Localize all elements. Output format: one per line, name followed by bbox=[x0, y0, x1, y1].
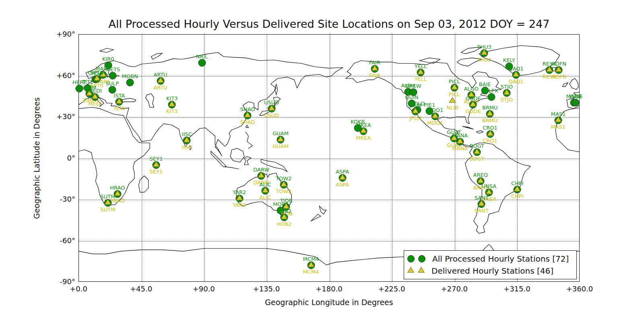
station-label-processed: DARW bbox=[253, 167, 269, 173]
x-tick-label: +180.0 bbox=[316, 285, 343, 293]
station-label-delivered: TOW2 bbox=[276, 188, 291, 194]
y-tick-label: 0° bbox=[44, 154, 75, 162]
station-label-processed: TIT2 bbox=[82, 79, 93, 85]
station-label-delivered: GUAM bbox=[272, 143, 289, 149]
station-label-processed: ARTU bbox=[153, 72, 167, 78]
station-label-processed: MCM4 bbox=[303, 256, 319, 262]
station-label-processed: CHPI bbox=[511, 180, 524, 186]
delivered-triangle-icon bbox=[407, 267, 414, 275]
y-axis-label: Geographic Latitude in Degrees bbox=[31, 34, 42, 282]
x-tick-label: +0.0 bbox=[70, 285, 87, 293]
station-label-delivered: BRMU bbox=[482, 118, 498, 124]
station-label-processed: IISC bbox=[182, 131, 192, 137]
delivered-triangle-icon bbox=[487, 130, 493, 138]
delivered-triangle-icon bbox=[456, 138, 463, 145]
delivered-triangle-icon bbox=[153, 161, 159, 169]
station-label-delivered: ALIC bbox=[260, 194, 271, 200]
station-label-delivered: MANA bbox=[452, 145, 468, 151]
station-label-delivered: IISC bbox=[182, 144, 192, 150]
station-label-processed: JPLM bbox=[409, 102, 421, 108]
station-label-delivered: NLIB bbox=[446, 105, 458, 111]
station-label-processed: KELY bbox=[503, 57, 515, 63]
station-label-processed: HOFN bbox=[551, 61, 566, 67]
station-label-processed: BOGT bbox=[469, 143, 484, 149]
station-label-processed: NRIL bbox=[196, 54, 208, 60]
station-label-delivered: MAS1 bbox=[551, 124, 566, 130]
station-label-processed: TIDB bbox=[280, 198, 293, 204]
station-label-processed: TOW2 bbox=[276, 175, 291, 182]
delivered-triangle-icon bbox=[470, 101, 477, 108]
y-tick-label: -30° bbox=[44, 195, 75, 203]
gridline-vertical bbox=[455, 35, 455, 281]
delivered-triangle-icon bbox=[512, 71, 519, 78]
station-label-processed: YELL bbox=[415, 63, 427, 69]
legend-row-delivered: Delivered Hourly Stations [46] bbox=[407, 266, 573, 276]
legend-label-delivered: Delivered Hourly Stations [46] bbox=[431, 266, 553, 276]
delivered-triangle-icon bbox=[258, 172, 265, 180]
delivered-triangle-icon bbox=[555, 66, 562, 74]
delivered-triangle-icon bbox=[116, 98, 123, 105]
station-label-delivered: ISTA bbox=[114, 105, 125, 111]
x-tick-label: +135.0 bbox=[253, 285, 280, 293]
station-label-delivered: JPLM bbox=[409, 115, 421, 121]
station-label-processed: BRMU bbox=[482, 105, 498, 111]
delivered-triangle-icon bbox=[268, 105, 275, 112]
gridline-horizontal bbox=[79, 200, 579, 200]
station-label-processed: QUIN bbox=[405, 94, 418, 100]
station-label-processed: BAIE bbox=[479, 81, 491, 87]
map-plot-area: KIR0MAR6MAR6METSONSASPT0SPT0MOBNHERTTIT2… bbox=[78, 34, 580, 282]
station-label-processed: CRO1 bbox=[483, 125, 497, 131]
station-label-processed: KIT3 bbox=[166, 95, 178, 101]
station-label-processed: METS bbox=[106, 66, 120, 72]
gridline-vertical bbox=[392, 35, 392, 281]
gridline-vertical bbox=[204, 35, 204, 281]
station-label-processed: ALIC bbox=[260, 182, 271, 188]
station-label-processed: YEBE bbox=[569, 93, 582, 99]
station-label-processed: STJO bbox=[501, 84, 513, 90]
station-label-processed: MEDI bbox=[88, 88, 101, 94]
station-label-processed: HRAO bbox=[110, 185, 125, 191]
station-label-delivered: MKEA bbox=[356, 135, 371, 141]
station-label-delivered: MDO1 bbox=[427, 120, 443, 126]
delivered-triangle-icon bbox=[280, 181, 287, 189]
station-label-processed: SEY1 bbox=[150, 156, 163, 162]
delivered-triangle-icon bbox=[277, 136, 284, 143]
station-label-delivered: ASPA bbox=[336, 182, 349, 188]
station-label-delivered: SUTM bbox=[100, 206, 115, 213]
station-label-delivered: MCM4 bbox=[303, 269, 319, 275]
station-label-processed: SANT bbox=[475, 195, 489, 201]
delivered-triangle-icon bbox=[418, 267, 425, 275]
station-label-processed: MKEA bbox=[356, 122, 371, 128]
delivered-triangle-icon bbox=[281, 213, 287, 221]
delivered-triangle-icon bbox=[184, 136, 190, 144]
delivered-triangle-icon bbox=[169, 101, 175, 108]
station-label-processed: MDO1 bbox=[427, 107, 443, 113]
delivered-triangle-icon bbox=[157, 77, 164, 85]
delivered-triangle-icon bbox=[478, 200, 485, 208]
station-label-processed: THU3 bbox=[477, 44, 491, 50]
delivered-triangle-icon bbox=[417, 68, 424, 76]
delivered-triangle-icon bbox=[546, 66, 553, 74]
y-tick-label: -90° bbox=[44, 277, 75, 286]
station-label-delivered: CRO1 bbox=[483, 138, 497, 144]
processed-circle-icon bbox=[407, 255, 415, 262]
station-label-processed: MANA bbox=[452, 132, 468, 138]
station-label-processed: MAS1 bbox=[551, 111, 566, 117]
delivered-triangle-icon bbox=[360, 127, 367, 135]
delivered-triangle-icon bbox=[93, 75, 100, 83]
station-label-processed: SULP bbox=[106, 80, 119, 87]
y-tick-label: +60° bbox=[44, 71, 75, 80]
legend: All Processed Hourly Stations [72] Deliv… bbox=[404, 250, 577, 279]
x-tick-label: +90.0 bbox=[193, 285, 215, 293]
station-label-delivered: FAIR bbox=[369, 72, 380, 78]
station-label-delivered: SEY1 bbox=[150, 169, 163, 175]
gridline-vertical bbox=[267, 35, 267, 281]
delivered-triangle-icon bbox=[236, 194, 243, 202]
station-label-delivered: HOFN bbox=[551, 74, 566, 80]
delivered-triangle-icon bbox=[339, 174, 346, 182]
y-tick-label: -60° bbox=[44, 236, 75, 245]
legend-label-processed: All Processed Hourly Stations [72] bbox=[432, 254, 569, 264]
station-label-processed: AREQ bbox=[473, 172, 488, 178]
gridline-horizontal bbox=[79, 117, 579, 118]
station-label-processed: HLFX bbox=[485, 88, 498, 94]
